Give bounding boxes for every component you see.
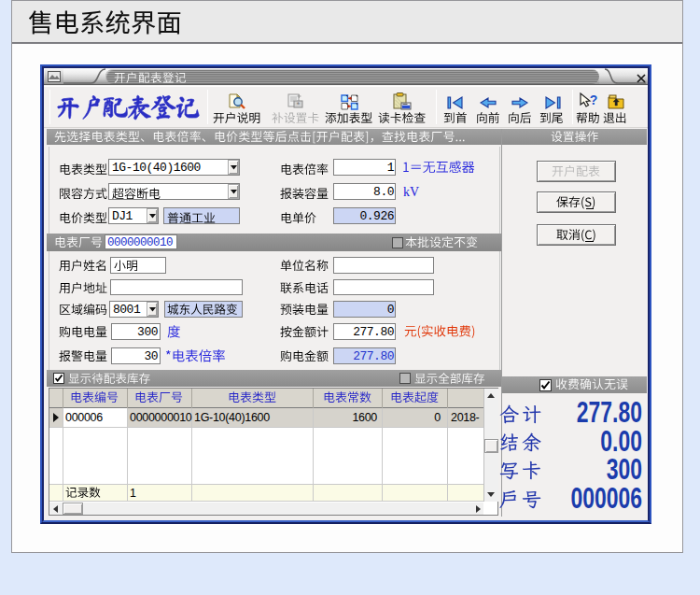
- svg-text:?: ?: [590, 92, 598, 107]
- svg-text:*: *: [297, 100, 301, 109]
